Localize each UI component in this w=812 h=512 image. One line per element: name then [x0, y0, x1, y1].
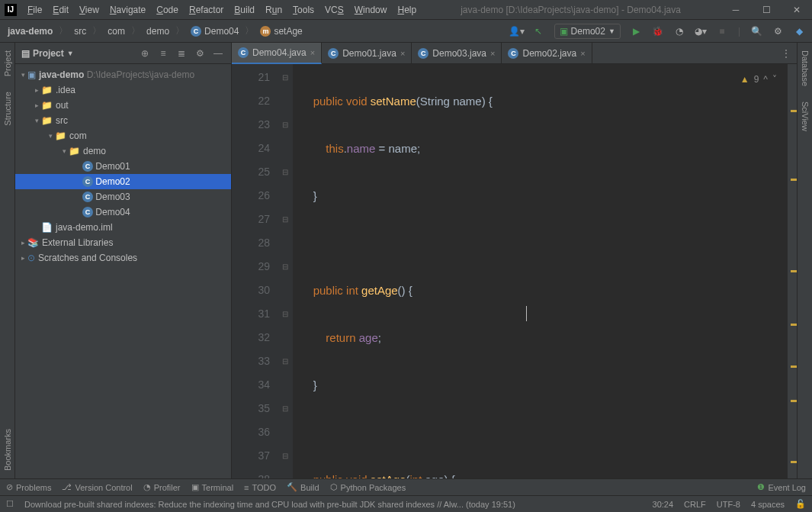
read-only-icon[interactable]: 🔓: [795, 499, 806, 509]
chevron-right-icon[interactable]: ▸: [32, 86, 41, 94]
chevron-down-icon[interactable]: ▾: [59, 147, 69, 155]
run-config-selector[interactable]: ▣ Demo02 ▼: [554, 24, 621, 39]
menu-tools[interactable]: Tools: [288, 3, 319, 17]
tool-tab-profiler[interactable]: ◔Profiler: [143, 482, 181, 492]
tool-tab-build[interactable]: 🔨Build: [287, 482, 319, 492]
tool-tab-database[interactable]: Database: [799, 43, 811, 94]
status-encoding[interactable]: UTF-8: [717, 500, 740, 509]
line-number[interactable]: 37: [232, 444, 270, 468]
menu-code[interactable]: Code: [152, 3, 183, 17]
line-number[interactable]: 24: [232, 137, 270, 160]
expand-all-icon[interactable]: ≡: [156, 47, 170, 60]
crumb-com[interactable]: com: [104, 24, 128, 38]
menu-build[interactable]: Build: [229, 3, 259, 17]
add-user-icon[interactable]: 👤▾: [509, 23, 525, 40]
tool-tab-project[interactable]: Project: [2, 43, 14, 84]
select-opened-file-icon[interactable]: ⊕: [138, 47, 152, 60]
menu-help[interactable]: Help: [393, 3, 421, 17]
chevron-down-icon[interactable]: ▾: [46, 132, 55, 140]
tree-row-idea[interactable]: ▸📁.idea: [15, 82, 231, 98]
line-number[interactable]: 22: [232, 89, 270, 113]
close-button[interactable]: ✕: [782, 0, 812, 20]
menu-file[interactable]: File: [23, 3, 47, 17]
line-number-gutter[interactable]: 21 22 23 24 25 26 27 28 29 30 31 32 33 3…: [232, 64, 278, 478]
line-number[interactable]: 35: [232, 397, 270, 420]
stripe-marker[interactable]: [791, 365, 797, 368]
project-tree[interactable]: ▾▣java-demo D:\IdeaProjects\java-demo ▸📁…: [15, 64, 231, 478]
tool-tab-eventlog[interactable]: ❶Event Log: [757, 482, 806, 492]
build-icon[interactable]: ↖: [530, 23, 547, 40]
line-number[interactable]: 38: [232, 468, 270, 478]
chevron-right-icon[interactable]: ▸: [18, 254, 27, 262]
fold-end-icon[interactable]: ⊟: [278, 302, 293, 326]
ide-features-icon[interactable]: ◆: [791, 23, 807, 40]
line-number[interactable]: 34: [232, 373, 270, 397]
project-panel-title[interactable]: ▤ Project ▼: [21, 48, 135, 59]
stripe-marker[interactable]: [791, 179, 797, 181]
close-tab-icon[interactable]: ×: [490, 49, 495, 58]
maximize-button[interactable]: ☐: [751, 0, 782, 20]
tree-row-demo[interactable]: ▾📁demo: [15, 143, 231, 159]
settings-icon[interactable]: ⚙: [193, 47, 207, 60]
run-button[interactable]: ▶: [628, 23, 645, 40]
chevron-right-icon[interactable]: ▸: [32, 101, 41, 109]
stop-button[interactable]: ■: [714, 23, 730, 40]
error-stripe[interactable]: [788, 64, 797, 478]
menu-view[interactable]: View: [75, 3, 104, 17]
tree-row-external-libs[interactable]: ▸📚External Libraries: [15, 235, 231, 250]
minimize-button[interactable]: ─: [721, 0, 751, 20]
tab-options-icon[interactable]: ⋮: [775, 48, 797, 59]
line-number[interactable]: 29: [232, 255, 270, 279]
tree-row-demo02[interactable]: C Demo02: [15, 174, 231, 189]
status-message[interactable]: Download pre-built shared indexes: Reduc…: [24, 500, 642, 509]
profile-button[interactable]: ◕▾: [692, 23, 709, 40]
tab-demo01[interactable]: CDemo01.java×: [322, 43, 412, 64]
tree-row-root[interactable]: ▾▣java-demo D:\IdeaProjects\java-demo: [15, 67, 231, 82]
tool-tab-bookmarks[interactable]: Bookmarks: [2, 421, 14, 478]
menu-navigate[interactable]: Navigate: [105, 3, 150, 17]
line-number[interactable]: 36: [232, 420, 270, 444]
tool-tab-vcs[interactable]: ⎇Version Control: [62, 482, 132, 492]
tree-row-demo03[interactable]: C Demo03: [15, 189, 231, 204]
tab-demo04[interactable]: CDemo04.java×: [232, 43, 322, 64]
settings-icon[interactable]: ⚙: [769, 23, 786, 40]
stripe-marker[interactable]: [791, 324, 797, 326]
line-number[interactable]: 27: [232, 208, 270, 231]
fold-start-icon[interactable]: ⊟: [278, 160, 293, 184]
crumb-demo[interactable]: demo: [143, 24, 172, 38]
line-number[interactable]: 26: [232, 184, 270, 208]
tool-tab-python[interactable]: ⬡Python Packages: [330, 482, 406, 492]
close-tab-icon[interactable]: ×: [310, 48, 315, 57]
status-indent[interactable]: 4 spaces: [751, 500, 785, 509]
next-highlight-icon[interactable]: ˅: [772, 68, 777, 92]
crumb-method[interactable]: msetAge: [257, 24, 305, 38]
line-number[interactable]: 28: [232, 231, 270, 255]
line-number[interactable]: 33: [232, 349, 270, 373]
search-icon[interactable]: 🔍: [748, 23, 765, 40]
status-hide-icon[interactable]: ☐: [6, 499, 14, 509]
fold-gutter[interactable]: ⊟ ⊟ ⊟ ⊟ ⊟ ⊟ ⊟ ⊟ ⊟: [278, 64, 293, 478]
tree-row-demo04[interactable]: C Demo04: [15, 204, 231, 220]
tab-demo02[interactable]: CDemo02.java×: [502, 43, 592, 64]
stripe-marker[interactable]: [791, 110, 797, 112]
status-line-separator[interactable]: CRLF: [684, 500, 706, 509]
tool-tab-structure[interactable]: Structure: [2, 84, 14, 134]
tree-row-out[interactable]: ▸📁out: [15, 98, 231, 113]
line-number[interactable]: 32: [232, 326, 270, 349]
hide-icon[interactable]: —: [211, 47, 225, 60]
fold-end-icon[interactable]: ⊟: [278, 113, 293, 137]
code-editor[interactable]: public void setName(String name) { this.…: [293, 64, 788, 478]
stripe-marker[interactable]: [791, 461, 797, 463]
menu-edit[interactable]: Edit: [48, 3, 73, 17]
chevron-down-icon[interactable]: ▾: [32, 117, 41, 124]
chevron-down-icon[interactable]: ▾: [18, 71, 27, 79]
fold-end-icon[interactable]: ⊟: [278, 208, 293, 231]
crumb-project[interactable]: java-demo: [5, 24, 56, 38]
fold-start-icon[interactable]: ⊟: [278, 66, 293, 89]
close-tab-icon[interactable]: ×: [580, 49, 585, 58]
fold-start-icon[interactable]: ⊟: [278, 444, 293, 468]
fold-start-icon[interactable]: ⊟: [278, 349, 293, 373]
menu-window[interactable]: Window: [350, 3, 392, 17]
debug-button[interactable]: 🐞: [650, 23, 666, 40]
line-number[interactable]: 30: [232, 279, 270, 302]
